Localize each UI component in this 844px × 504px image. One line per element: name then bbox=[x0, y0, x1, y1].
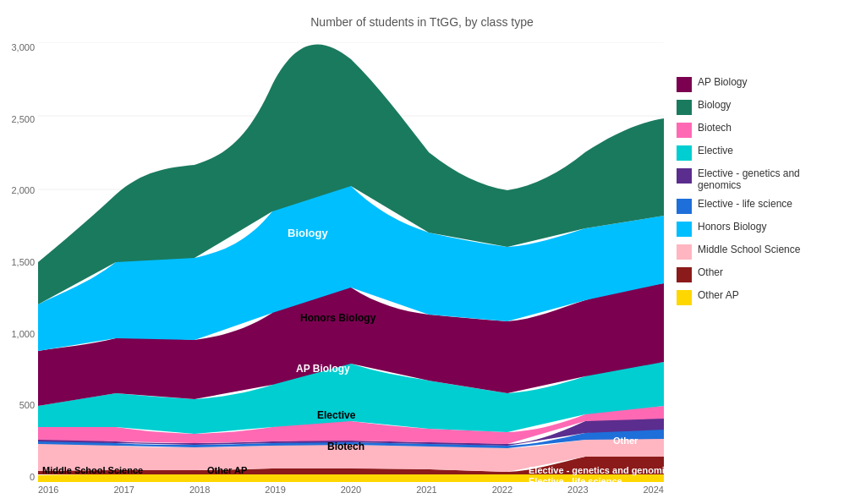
elective-label: Elective bbox=[317, 409, 356, 421]
y-label-0: 0 bbox=[30, 472, 35, 482]
legend-item-elective: Elective bbox=[677, 145, 837, 161]
elective-genetics-label: Elective - genetics and genomics bbox=[529, 465, 664, 475]
legend-swatch-middle-school bbox=[677, 244, 692, 260]
y-label-500: 500 bbox=[19, 400, 35, 410]
legend-item-elective-life: Elective - life science bbox=[677, 198, 837, 214]
x-label-2016: 2016 bbox=[38, 485, 58, 495]
legend-item-ap-biology: AP Biology bbox=[677, 76, 837, 92]
x-axis: 2016 2017 2018 2019 2020 2021 2022 2023 … bbox=[38, 485, 664, 495]
legend-swatch-biology bbox=[677, 100, 692, 115]
x-label-2019: 2019 bbox=[265, 485, 285, 495]
x-label-2024: 2024 bbox=[644, 485, 664, 495]
x-label-2021: 2021 bbox=[416, 485, 436, 495]
legend-item-other: Other bbox=[677, 266, 837, 282]
honors-bio-label: Honors Biology bbox=[300, 312, 376, 324]
legend-swatch-ap-biology bbox=[677, 77, 692, 92]
x-label-2020: 2020 bbox=[341, 485, 361, 495]
biology-label: Biology bbox=[288, 227, 328, 239]
ap-bio-label: AP Biology bbox=[296, 363, 350, 375]
x-label-2018: 2018 bbox=[189, 485, 210, 495]
legend-label-biology: Biology bbox=[698, 99, 731, 111]
x-label-2022: 2022 bbox=[492, 485, 512, 495]
biotech-label: Biotech bbox=[327, 441, 364, 452]
legend-swatch-elective-life bbox=[677, 199, 692, 214]
middle-school-label: Middle School Science bbox=[42, 465, 143, 475]
legend-item-biotech: Biotech bbox=[677, 122, 837, 138]
chart-container: Number of students in TtGG, by class typ… bbox=[0, 0, 844, 504]
legend-item-biology: Biology bbox=[677, 99, 837, 115]
y-label-2000: 2,000 bbox=[11, 185, 35, 195]
legend-label-elective-life: Elective - life science bbox=[698, 198, 792, 210]
y-label-3000: 3,000 bbox=[11, 42, 35, 52]
legend-label-middle-school: Middle School Science bbox=[698, 244, 800, 255]
legend-item-elective-genetics: Elective - genetics and genomics bbox=[677, 167, 837, 191]
legend-label-biotech: Biotech bbox=[698, 122, 732, 134]
y-label-1500: 1,500 bbox=[11, 257, 35, 267]
legend-label-elective: Elective bbox=[698, 145, 733, 156]
y-label-1000: 1,000 bbox=[11, 329, 35, 339]
legend-swatch-other-ap bbox=[677, 290, 692, 305]
x-label-2023: 2023 bbox=[567, 485, 588, 495]
legend-swatch-honors-bio bbox=[677, 222, 692, 237]
chart-title: Number of students in TtGG, by class typ… bbox=[0, 0, 844, 33]
y-label-2500: 2,500 bbox=[11, 114, 35, 124]
legend-swatch-other bbox=[677, 267, 692, 282]
legend-swatch-biotech bbox=[677, 123, 692, 138]
chart-area: Biology Honors Biology AP Biology Electi… bbox=[38, 42, 664, 482]
legend-swatch-elective-genetics bbox=[677, 168, 692, 184]
legend-swatch-elective bbox=[677, 145, 692, 161]
x-label-2017: 2017 bbox=[113, 485, 134, 495]
other-ap-label: Other AP bbox=[207, 465, 247, 475]
legend: AP Biology Biology Biotech Elective Elec… bbox=[677, 76, 837, 312]
legend-label-ap-biology: AP Biology bbox=[698, 76, 747, 88]
legend-label-honors-bio: Honors Biology bbox=[698, 221, 766, 233]
legend-label-other-ap: Other AP bbox=[698, 289, 739, 301]
legend-label-other: Other bbox=[698, 266, 723, 278]
elective-life-label: Elective - life science bbox=[529, 476, 622, 482]
chart-svg: Biology Honors Biology AP Biology Electi… bbox=[38, 42, 664, 482]
other-label: Other bbox=[613, 436, 638, 446]
legend-label-elective-genetics: Elective - genetics and genomics bbox=[698, 167, 837, 191]
legend-item-middle-school: Middle School Science bbox=[677, 244, 837, 260]
legend-item-other-ap: Other AP bbox=[677, 289, 837, 305]
legend-item-honors-bio: Honors Biology bbox=[677, 221, 837, 237]
y-axis: 3,000 2,500 2,000 1,500 1,000 500 0 bbox=[0, 42, 38, 482]
